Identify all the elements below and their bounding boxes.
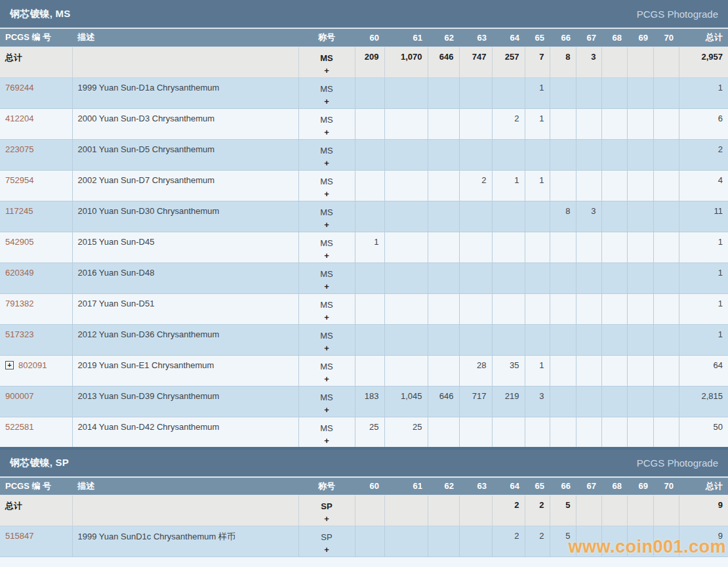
grade-65-cell: 1 — [525, 77, 550, 108]
designation-label: MS — [320, 177, 333, 186]
photograde-link[interactable]: PCGS Photograde — [637, 9, 718, 20]
grade-67-cell — [576, 417, 601, 448]
grade-66-cell: 5 — [550, 526, 576, 557]
plus-designation-toggle[interactable]: + — [300, 188, 354, 200]
grade-63-cell — [459, 232, 492, 262]
plus-designation-toggle[interactable]: + — [300, 280, 354, 293]
pcgs-number-cell: 900007 — [0, 386, 72, 417]
totals-grade-67-cell — [576, 495, 601, 526]
row-total-cell: 11 — [679, 201, 728, 232]
plus-designation-toggle[interactable]: + — [300, 342, 354, 354]
pcgs-number-link[interactable]: 522581 — [5, 422, 33, 432]
expand-icon[interactable]: + — [5, 361, 14, 369]
pcgs-number-link[interactable]: 223075 — [5, 144, 33, 154]
pcgs-number-link[interactable]: 620349 — [5, 268, 33, 278]
grade-65-cell: 3 — [525, 386, 550, 417]
description-cell: 1999 Yuan SunD1c Chrysanthemum 样币 — [72, 526, 298, 557]
plus-designation-toggle[interactable]: + — [300, 219, 354, 231]
pcgs-number-link[interactable]: 515847 — [5, 531, 33, 541]
table-title-bar: 钢芯镀镍, SP PCGS Photograde — [0, 449, 728, 478]
plus-designation-toggle[interactable]: + — [300, 95, 354, 108]
totals-designation-cell: SP+ — [298, 495, 355, 526]
table-row: 5173232012 Yuan Sun-D36 ChrysanthemumMS+… — [0, 324, 728, 355]
designation-cell: MS+ — [298, 262, 355, 293]
pcgs-number-link[interactable]: 412204 — [5, 114, 33, 123]
designation-cell: MS+ — [298, 170, 355, 201]
grade-65-cell — [525, 201, 550, 232]
plus-designation-toggle[interactable]: + — [300, 543, 354, 556]
grade-65-cell: 1 — [525, 355, 550, 386]
grade-67-cell — [576, 170, 601, 201]
totals-row: 总计MS+2091,0706467472577832,957 — [0, 47, 728, 77]
pcgs-number-link[interactable]: 517323 — [5, 329, 33, 339]
plus-designation-toggle[interactable]: + — [300, 126, 354, 138]
pcgs-number-link[interactable]: 802091 — [18, 360, 47, 370]
plus-designation-toggle[interactable]: + — [300, 434, 354, 447]
table-title-bar: 钢芯镀镍, MS PCGS Photograde — [0, 0, 728, 29]
description-cell: 2019 Yuan Sun-E1 Chrysanthemum — [72, 355, 298, 386]
grade-60-cell — [355, 293, 384, 324]
row-total-cell: 4 — [679, 170, 728, 201]
photograde-link[interactable]: PCGS Photograde — [637, 457, 718, 469]
plus-designation-toggle[interactable]: + — [300, 157, 354, 169]
plus-designation-toggle[interactable]: + — [300, 404, 354, 416]
col-header-description: 描述 — [72, 29, 298, 47]
grade-68-cell — [601, 139, 627, 170]
designation-cell: MS+ — [298, 77, 355, 108]
grade-63-cell — [459, 108, 492, 139]
col-header-grade-67: 67 — [576, 478, 601, 495]
designation-label: MS — [320, 53, 333, 63]
plus-designation-toggle[interactable]: + — [300, 373, 354, 385]
plus-designation-toggle[interactable]: + — [300, 513, 354, 525]
pcgs-number-cell: 515847 — [0, 526, 72, 557]
grade-70-cell — [653, 324, 679, 355]
plus-designation-toggle[interactable]: + — [300, 311, 354, 324]
grade-69-cell — [627, 201, 653, 232]
col-header-grade-62: 62 — [428, 478, 459, 495]
pcgs-number-link[interactable]: 791382 — [5, 299, 33, 308]
table-row: 7913822017 Yuan Sun-D51MS+1 — [0, 293, 728, 324]
col-header-grade-61: 61 — [384, 478, 428, 495]
grade-69-cell — [627, 324, 653, 355]
grade-70-cell — [653, 201, 679, 232]
grade-64-cell — [492, 201, 525, 232]
table-row: 6203492016 Yuan Sun-D48MS+1 — [0, 262, 728, 293]
col-header-grade-70: 70 — [653, 29, 679, 47]
table-row: 2230752001 Yuan Sun-D5 ChrysanthemumMS+2 — [0, 139, 728, 170]
plus-designation-toggle[interactable]: + — [300, 249, 354, 262]
grade-68-cell — [601, 526, 627, 557]
population-grid: PCGS 编 号描述称号6061626364656667686970总计 总计M… — [0, 29, 728, 449]
grade-67-cell: 3 — [576, 201, 601, 232]
designation-label: MS — [320, 423, 333, 433]
grade-63-cell — [459, 324, 492, 355]
table-row: 7692441999 Yuan Sun-D1a ChrysanthemumMS+… — [0, 77, 728, 108]
totals-grade-70-cell — [653, 47, 679, 77]
grade-60-cell: 25 — [355, 417, 384, 448]
grade-62-cell — [428, 355, 459, 386]
designation-label: MS — [320, 362, 333, 371]
pcgs-number-link[interactable]: 900007 — [5, 391, 33, 401]
designation-cell: MS+ — [298, 232, 355, 262]
grade-66-cell — [550, 417, 576, 448]
plus-designation-toggle[interactable]: + — [300, 64, 354, 77]
totals-description-cell — [72, 47, 298, 77]
totals-grade-70-cell — [653, 495, 679, 526]
grade-64-cell — [492, 262, 525, 293]
pcgs-number-link[interactable]: 117245 — [5, 206, 33, 216]
pcgs-number-link[interactable]: 752954 — [5, 175, 33, 185]
grade-60-cell — [355, 108, 384, 139]
grade-62-cell — [428, 324, 459, 355]
col-header-total: 总计 — [679, 478, 728, 495]
description-cell: 2002 Yuan Sun-D7 Chrysanthemum — [72, 170, 298, 201]
grade-70-cell — [653, 232, 679, 262]
grade-68-cell — [601, 108, 627, 139]
grade-69-cell — [627, 526, 653, 557]
grade-66-cell — [550, 262, 576, 293]
pcgs-number-link[interactable]: 769244 — [5, 83, 33, 93]
totals-grade-66-cell: 8 — [550, 47, 576, 77]
grade-63-cell — [459, 293, 492, 324]
pcgs-number-link[interactable]: 542905 — [5, 237, 33, 247]
grade-61-cell: 1,045 — [384, 386, 428, 417]
totals-grade-63-cell: 747 — [459, 47, 492, 77]
grade-66-cell — [550, 324, 576, 355]
